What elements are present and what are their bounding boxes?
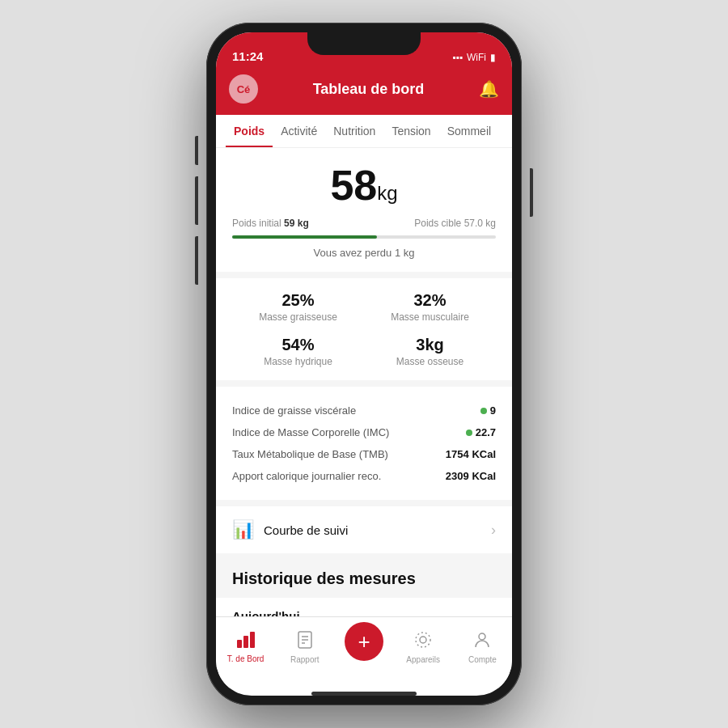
- weight-goals: Poids initial 59 kg Poids cible 57.0 kg: [232, 218, 496, 229]
- nav-compte[interactable]: Compte: [453, 631, 512, 664]
- notification-bell-icon[interactable]: 🔔: [479, 79, 499, 99]
- metric-imc: Indice de Masse Corporelle (IMC) 22.7: [232, 421, 496, 443]
- tab-poids[interactable]: Poids: [226, 115, 273, 147]
- nav-dashboard-label: T. de Bord: [227, 654, 265, 663]
- main-content: 58kg Poids initial 59 kg Poids cible 57.…: [216, 148, 512, 616]
- metric-apport-label: Apport calorique journalier reco.: [232, 470, 381, 482]
- tab-sommeil[interactable]: Sommeil: [439, 115, 499, 147]
- home-indicator: [311, 692, 417, 696]
- tab-activite[interactable]: Activité: [273, 115, 325, 147]
- phone-frame: 11:24 ▪▪▪ WiFi ▮ Cé Tableau de bord 🔔 Po…: [206, 23, 522, 705]
- svg-rect-2: [250, 632, 255, 648]
- target-weight-label: Poids cible 57.0 kg: [414, 218, 496, 229]
- mass-osseuse-value: 3kg: [364, 336, 496, 354]
- historique-date: Aujourd'hui: [232, 609, 300, 616]
- weight-section: 58kg Poids initial 59 kg Poids cible 57.…: [216, 148, 512, 272]
- mass-hydrique-value: 54%: [232, 336, 364, 354]
- metric-tmb-label: Taux Métabolique de Base (TMB): [232, 448, 388, 460]
- wifi-icon: WiFi: [467, 52, 486, 63]
- mass-graisseuse-value: 25%: [232, 291, 364, 310]
- nav-add[interactable]: +: [334, 622, 393, 672]
- tab-nutrition[interactable]: Nutrition: [325, 115, 383, 147]
- weight-unit: kg: [377, 182, 397, 204]
- metric-imc-value: 22.7: [466, 426, 496, 438]
- add-button[interactable]: +: [345, 622, 383, 661]
- metric-viscerale-label: Indice de graisse viscérale: [232, 404, 356, 417]
- metric-apport-value: 2309 KCal: [446, 470, 496, 482]
- historique-item-top: Aujourd'hui 07:39 58 kg ⋮: [232, 609, 496, 616]
- svg-rect-1: [243, 636, 248, 648]
- nav-appareils-label: Appareils: [406, 655, 440, 664]
- signal-icon: ▪▪▪: [452, 52, 463, 63]
- weight-progress-bar: [232, 235, 496, 239]
- mass-hydrique-label: Masse hydrique: [232, 356, 364, 367]
- status-time: 11:24: [232, 49, 263, 63]
- metrics-section: Indice de graisse viscérale 9 Indice de …: [216, 387, 512, 500]
- phone-screen: 11:24 ▪▪▪ WiFi ▮ Cé Tableau de bord 🔔 Po…: [216, 32, 512, 696]
- weight-progress-fill: [232, 235, 377, 239]
- compte-icon: [473, 631, 491, 653]
- mass-osseuse-label: Masse osseuse: [364, 356, 496, 367]
- svg-point-7: [420, 637, 426, 643]
- mass-musculaire-item: 32% Masse musculaire: [364, 291, 496, 323]
- mass-graisseuse-label: Masse graisseuse: [232, 311, 364, 323]
- historique-header: Historique des mesures: [216, 553, 512, 598]
- avatar[interactable]: Cé: [229, 74, 258, 104]
- metric-imc-label: Indice de Masse Corporelle (IMC): [232, 426, 389, 438]
- nav-rapport[interactable]: Rapport: [275, 631, 334, 664]
- notch: [307, 32, 421, 55]
- volume-down-button: [195, 236, 198, 285]
- page-title: Tableau de bord: [313, 81, 425, 98]
- courbe-section[interactable]: 📊 Courbe de suivi ›: [216, 506, 512, 553]
- chart-bar-icon: 📊: [232, 519, 254, 540]
- historique-title: Historique des mesures: [232, 569, 496, 588]
- mass-osseuse-item: 3kg Masse osseuse: [364, 336, 496, 367]
- svg-rect-0: [237, 640, 242, 648]
- power-button: [530, 168, 533, 217]
- weight-message: Vous avez perdu 1 kg: [232, 247, 496, 259]
- metric-viscerale: Indice de graisse viscérale 9: [232, 400, 496, 421]
- nav-compte-label: Compte: [468, 655, 497, 664]
- courbe-label: Courbe de suivi: [264, 523, 481, 537]
- mass-graisseuse-item: 25% Masse graisseuse: [232, 291, 364, 323]
- dot-green-icon-2: [466, 430, 472, 436]
- bottom-navigation: T. de Bord Rapport + Appareils: [216, 616, 512, 688]
- metric-tmb: Taux Métabolique de Base (TMB) 1754 KCal: [232, 443, 496, 465]
- chevron-right-icon: ›: [491, 522, 496, 539]
- svg-point-9: [479, 633, 485, 640]
- metric-apport: Apport calorique journalier reco. 2309 K…: [232, 465, 496, 487]
- nav-appareils[interactable]: Appareils: [394, 631, 453, 664]
- dot-green-icon: [480, 408, 487, 414]
- svg-point-8: [416, 633, 430, 647]
- rapport-icon: [297, 631, 313, 653]
- initial-weight-label: Poids initial 59 kg: [232, 218, 309, 229]
- nav-rapport-label: Rapport: [290, 655, 320, 664]
- battery-icon: ▮: [490, 52, 496, 63]
- mass-musculaire-value: 32%: [364, 291, 496, 310]
- weight-display: 58kg: [232, 164, 496, 206]
- tab-tension[interactable]: Tension: [383, 115, 438, 147]
- mute-button: [195, 136, 198, 165]
- mass-musculaire-label: Masse musculaire: [364, 311, 496, 323]
- volume-up-button: [195, 176, 198, 225]
- mass-hydrique-item: 54% Masse hydrique: [232, 336, 364, 367]
- metric-tmb-value: 1754 KCal: [446, 448, 496, 460]
- metric-viscerale-value: 9: [480, 404, 496, 417]
- weight-value: 58: [330, 162, 377, 209]
- historique-item: Aujourd'hui 07:39 58 kg ⋮ 25% Masse grai…: [216, 598, 512, 616]
- dashboard-icon: [237, 632, 255, 652]
- appareils-icon: [414, 631, 432, 653]
- nav-dashboard[interactable]: T. de Bord: [216, 632, 275, 663]
- app-header: Cé Tableau de bord 🔔: [216, 68, 512, 115]
- tab-bar: Poids Activité Nutrition Tension Sommeil: [216, 115, 512, 148]
- body-comp-grid: 25% Masse graisseuse 32% Masse musculair…: [232, 291, 496, 367]
- body-composition-section: 25% Masse graisseuse 32% Masse musculair…: [216, 278, 512, 380]
- historique-date-block: Aujourd'hui 07:39: [232, 609, 300, 616]
- status-icons: ▪▪▪ WiFi ▮: [452, 52, 496, 63]
